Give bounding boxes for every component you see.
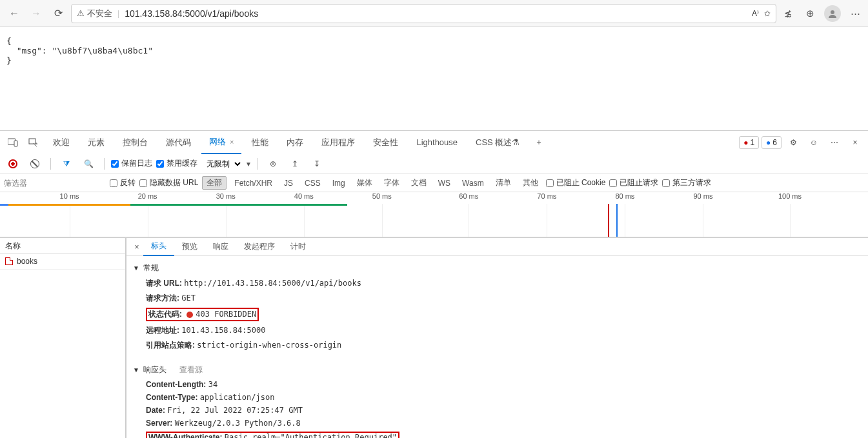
flask-icon: ⚗ <box>512 137 520 147</box>
filter-type-manifest[interactable]: 清单 <box>492 177 515 189</box>
info-badge[interactable]: ●6 <box>762 136 782 149</box>
timeline-bars <box>0 204 868 206</box>
insecure-label: 不安全 <box>87 8 112 19</box>
filter-type-doc[interactable]: 文档 <box>407 177 430 189</box>
wifi-icon[interactable]: ⊚ <box>264 155 282 173</box>
read-aloud-icon[interactable]: A⁾ <box>752 9 759 18</box>
tab-application[interactable]: 应用程序 <box>314 131 363 154</box>
network-timeline[interactable]: 10 ms 20 ms 30 ms 40 ms 50 ms 60 ms 70 m… <box>0 192 868 237</box>
add-tab-icon[interactable]: ＋ <box>530 134 548 152</box>
tab-lighthouse[interactable]: Lighthouse <box>409 131 465 154</box>
filter-input[interactable] <box>4 179 81 188</box>
close-detail-icon[interactable]: × <box>130 243 143 252</box>
section-general[interactable]: ▼常规 <box>133 260 862 276</box>
detail-tab-timing[interactable]: 计时 <box>283 238 314 256</box>
clear-button[interactable] <box>26 155 44 173</box>
invert-checkbox[interactable]: 反转 <box>110 177 136 188</box>
detail-tab-headers[interactable]: 标头 <box>143 238 174 256</box>
detail-tab-preview[interactable]: 预览 <box>174 238 205 256</box>
search-icon[interactable]: 🔍 <box>79 155 97 173</box>
date-value: Fri, 22 Jul 2022 07:25:47 GMT <box>167 406 303 415</box>
tab-performance[interactable]: 性能 <box>244 131 276 154</box>
devtools-tab-bar: 欢迎 元素 控制台 源代码 网络× 性能 内存 应用程序 安全性 Lightho… <box>0 130 868 154</box>
network-subtoolbar: ⧩ 🔍 保留日志 禁用缓存 无限制 ▾ ⊚ ↥ ↧ <box>0 154 868 174</box>
svg-rect-2 <box>14 141 17 146</box>
filter-type-fetch-xhr[interactable]: Fetch/XHR <box>230 178 276 188</box>
filter-type-img[interactable]: Img <box>328 178 349 188</box>
section-response-headers[interactable]: ▼响应头查看源 <box>133 362 862 378</box>
request-url-value: http://101.43.158.84:5000/v1/api/books <box>184 279 361 288</box>
page-content: { "msg": "\u8bf7\u8ba4\u8bc1" } <box>0 27 868 130</box>
close-devtools-icon[interactable]: × <box>846 134 864 152</box>
download-icon[interactable]: ↧ <box>308 155 326 173</box>
reload-button[interactable]: ⟳ <box>49 5 67 23</box>
network-filter-bar: 反转 隐藏数据 URL 全部 Fetch/XHR JS CSS Img 媒体 字… <box>0 174 868 192</box>
filter-type-css[interactable]: CSS <box>301 178 325 188</box>
favorite-icon[interactable]: ✩ <box>764 9 771 18</box>
close-icon[interactable]: × <box>230 138 234 146</box>
filter-type-media[interactable]: 媒体 <box>353 177 376 189</box>
warning-icon: ⚠ <box>77 8 85 18</box>
filter-toggle-icon[interactable]: ⧩ <box>57 155 76 173</box>
favorites-icon[interactable]: ≴ <box>780 6 796 21</box>
tab-security[interactable]: 安全性 <box>365 131 406 154</box>
filter-type-wasm[interactable]: Wasm <box>458 178 488 188</box>
record-button[interactable] <box>4 155 22 173</box>
tab-elements[interactable]: 元素 <box>80 131 112 154</box>
tab-sources[interactable]: 源代码 <box>158 131 199 154</box>
svg-rect-3 <box>29 139 35 144</box>
error-badge[interactable]: ●1 <box>739 136 759 149</box>
file-icon <box>5 257 13 265</box>
status-code-highlight: 状态代码: 403 FORBIDDEN <box>146 308 259 321</box>
request-list-header: 名称 <box>0 238 125 254</box>
detail-tab-bar: × 标头 预览 响应 发起程序 计时 <box>126 238 868 256</box>
throttling-select[interactable]: 无限制 <box>201 159 243 169</box>
request-method-value: GET <box>181 294 196 303</box>
disable-cache-checkbox[interactable]: 禁用缓存 <box>156 158 197 169</box>
server-value: Werkzeug/2.0.3 Python/3.6.8 <box>175 419 301 428</box>
request-name: books <box>17 257 37 266</box>
remote-address-value: 101.43.158.84:5000 <box>181 326 265 335</box>
inspect-icon[interactable] <box>25 134 43 152</box>
settings-icon[interactable]: ⚙ <box>784 134 802 152</box>
addr-separator: | <box>117 9 119 18</box>
hide-data-urls-checkbox[interactable]: 隐藏数据 URL <box>139 177 198 188</box>
device-toggle-icon[interactable] <box>4 134 22 152</box>
more-devtools-icon[interactable]: ⋯ <box>825 134 843 152</box>
tab-css-overview[interactable]: CSS 概述 ⚗ <box>468 131 527 154</box>
collections-icon[interactable]: ⊕ <box>802 6 818 21</box>
www-authenticate-value: Basic realm="Authentication Required" <box>225 433 397 438</box>
preserve-log-checkbox[interactable]: 保留日志 <box>111 158 152 169</box>
blocked-requests-checkbox[interactable]: 已阻止请求 <box>609 177 658 188</box>
tab-welcome[interactable]: 欢迎 <box>45 131 77 154</box>
filter-type-js[interactable]: JS <box>280 178 297 188</box>
detail-tab-initiator[interactable]: 发起程序 <box>236 238 283 256</box>
request-detail: × 标头 预览 响应 发起程序 计时 ▼常规 请求 URL: http://10… <box>126 238 868 438</box>
url-text: 101.43.158.84:5000/v1/api/books <box>125 8 258 19</box>
view-source-link[interactable]: 查看源 <box>179 364 203 375</box>
browser-toolbar: ← → ⟳ ⚠ 不安全 | 101.43.158.84:5000/v1/api/… <box>0 0 868 27</box>
triangle-down-icon: ▼ <box>133 264 139 272</box>
tab-memory[interactable]: 内存 <box>279 131 311 154</box>
detail-tab-response[interactable]: 响应 <box>205 238 236 256</box>
forward-button[interactable]: → <box>27 5 45 23</box>
third-party-checkbox[interactable]: 第三方请求 <box>662 177 711 188</box>
back-button[interactable]: ← <box>5 5 23 23</box>
content-length-value: 34 <box>208 380 217 389</box>
profile-avatar[interactable] <box>824 5 841 22</box>
filter-type-all[interactable]: 全部 <box>202 176 227 190</box>
tab-console[interactable]: 控制台 <box>115 131 156 154</box>
filter-type-ws[interactable]: WS <box>434 178 454 188</box>
address-bar[interactable]: ⚠ 不安全 | 101.43.158.84:5000/v1/api/books … <box>71 4 776 23</box>
feedback-icon[interactable]: ☺ <box>805 134 823 152</box>
request-row-books[interactable]: books <box>0 254 125 270</box>
filter-type-font[interactable]: 字体 <box>380 177 403 189</box>
timeline-ruler: 10 ms 20 ms 30 ms 40 ms 50 ms 60 ms 70 m… <box>0 192 868 204</box>
triangle-down-icon: ▼ <box>133 366 139 373</box>
blocked-cookies-checkbox[interactable]: 已阻止 Cookie <box>546 177 606 188</box>
more-icon[interactable]: ⋯ <box>847 6 863 21</box>
www-authenticate-highlight: WWW-Authenticate: Basic realm="Authentic… <box>146 432 399 438</box>
tab-network[interactable]: 网络× <box>201 131 241 154</box>
filter-type-other[interactable]: 其他 <box>519 177 542 189</box>
upload-icon[interactable]: ↥ <box>286 155 304 173</box>
